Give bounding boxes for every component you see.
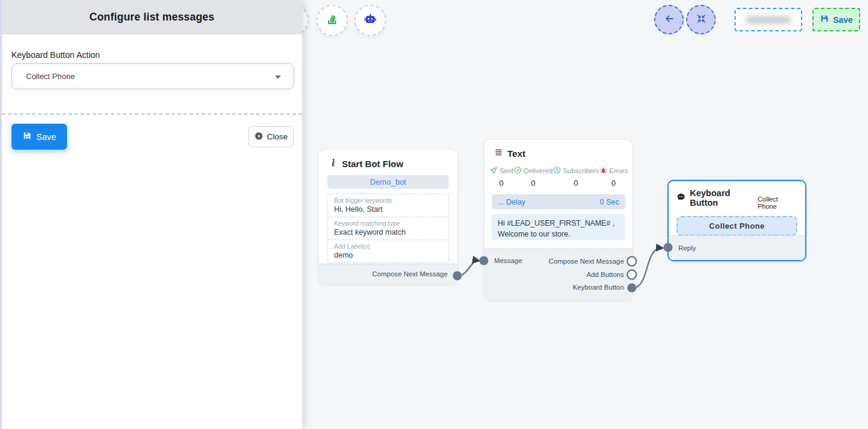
save-floppy-icon: [820, 14, 829, 25]
text-output-keyboard-label: Keyboard Button: [573, 284, 624, 291]
stack-tool-button[interactable]: [317, 5, 348, 36]
stat-errors: Errors 0: [599, 166, 628, 188]
walking-person-icon: [329, 158, 338, 169]
robot-icon: [363, 12, 378, 29]
flow-builder-app: { "panel": { "title": "Configure list me…: [0, 0, 868, 429]
keyboard-input-label: Reply: [678, 244, 696, 252]
field-label: Bot trigger keywords: [334, 197, 442, 204]
field-label: Add Label(s): [334, 243, 442, 250]
field-add-labels[interactable]: Add Label(s) demo: [328, 240, 448, 262]
bot-tool-button[interactable]: [355, 5, 386, 36]
panel-close-label: Close: [267, 132, 288, 141]
field-value: Hi, Hello, Start: [334, 205, 442, 214]
stat-value: 0: [513, 179, 553, 188]
port-start-compose-next-message[interactable]: [453, 272, 462, 281]
panel-title: Configure list messages: [89, 11, 214, 24]
text-output-compose-label: Compose Next Message: [548, 258, 624, 265]
bug-icon: [599, 166, 608, 176]
user-circle-icon: [553, 166, 561, 176]
menu-lines-icon: [494, 148, 503, 159]
delay-row[interactable]: ... Delay 0 Sec: [492, 194, 625, 209]
chat-bubble-icon: [677, 192, 686, 203]
canvas-save-label: Save: [833, 15, 853, 25]
node-keyboard-button[interactable]: Keyboard Button Collect Phone Collect Ph…: [667, 180, 806, 261]
panel-save-button[interactable]: Save: [11, 124, 67, 150]
keyboard-node-title: Keyboard Button: [690, 188, 757, 208]
compress-icon: [696, 13, 707, 27]
field-value: demo: [334, 251, 442, 259]
fit-view-button[interactable]: [686, 5, 716, 34]
send-icon: [489, 166, 498, 176]
stat-sent: Sent 0: [489, 166, 513, 188]
stat-subscribers: Subscribers 0: [553, 166, 599, 188]
field-value: Exact keyword match: [334, 228, 442, 237]
start-node-title: Start Bot Flow: [342, 159, 403, 169]
close-circle-icon: [254, 132, 263, 142]
configure-panel: Configure list messages Keyboard Button …: [0, 0, 302, 429]
check-circle-icon: [513, 166, 522, 176]
edge-text-to-keyboard: [632, 248, 662, 288]
redacted-text-blob: [746, 16, 791, 24]
field-bot-trigger-keywords[interactable]: Bot trigger keywords Hi, Hello, Start: [328, 194, 448, 217]
stat-label: Delivered: [524, 167, 553, 174]
message-preview[interactable]: Hi #LEAD_USER_FIRST_NAME# , Welcome to o…: [492, 214, 625, 240]
node-text[interactable]: Text Sent 0 Delivered: [484, 140, 632, 300]
stat-label: Errors: [609, 167, 628, 174]
stack-icon: [325, 12, 339, 29]
keyboard-action-corner-label: Collect Phone: [757, 195, 797, 210]
delay-label: ... Delay: [498, 198, 526, 206]
panel-header: Configure list messages: [2, 0, 302, 34]
stat-value: 0: [553, 179, 599, 188]
collect-phone-button[interactable]: Collect Phone: [677, 216, 797, 236]
collect-phone-button-label: Collect Phone: [709, 221, 765, 230]
delay-value: 0 Sec: [600, 198, 619, 206]
text-output-add-buttons-label: Add Buttons: [587, 271, 624, 278]
canvas-save-button[interactable]: Save: [812, 8, 860, 31]
stat-label: Sent: [500, 167, 513, 174]
save-floppy-icon: [22, 131, 32, 142]
panel-close-button[interactable]: Close: [248, 126, 294, 147]
bot-name-label: Demo_bot: [370, 177, 407, 186]
stat-value: 0: [599, 179, 628, 188]
panel-divider: [2, 113, 302, 115]
keyboard-button-action-label: Keyboard Button Action: [11, 50, 100, 60]
text-input-label: Message: [494, 257, 522, 264]
keyboard-button-action-select[interactable]: Collect Phone: [11, 63, 294, 89]
port-keyboard-reply-input[interactable]: [664, 243, 673, 252]
back-arrow-icon: [663, 13, 675, 27]
text-node-stats: Sent 0 Delivered 0 Subscribers: [484, 166, 632, 188]
port-text-keyboard-button[interactable]: [628, 284, 637, 293]
start-output-label: Compose Next Message: [372, 270, 448, 278]
port-text-message-input[interactable]: [480, 256, 489, 265]
field-label: Keyword matching type: [334, 220, 442, 227]
flow-name-chip-redacted[interactable]: [735, 8, 802, 31]
panel-save-label: Save: [36, 132, 56, 142]
bot-name-chip[interactable]: Demo_bot: [327, 175, 449, 189]
select-value: Collect Phone: [26, 72, 75, 81]
stat-label: Subscribers: [563, 167, 599, 174]
start-node-fields[interactable]: Bot trigger keywords Hi, Hello, Start Ke…: [327, 194, 449, 263]
node-start-bot-flow[interactable]: Start Bot Flow Demo_bot Bot trigger keyw…: [319, 150, 457, 284]
text-node-title: Text: [507, 148, 526, 159]
stat-delivered: Delivered 0: [513, 166, 553, 188]
port-text-compose-next-message[interactable]: [628, 257, 637, 266]
field-keyword-matching-type[interactable]: Keyword matching type Exact keyword matc…: [328, 217, 448, 240]
stat-value: 0: [489, 179, 513, 188]
chevron-down-icon: [275, 75, 281, 79]
back-button[interactable]: [654, 5, 684, 34]
port-text-add-buttons[interactable]: [628, 270, 637, 279]
